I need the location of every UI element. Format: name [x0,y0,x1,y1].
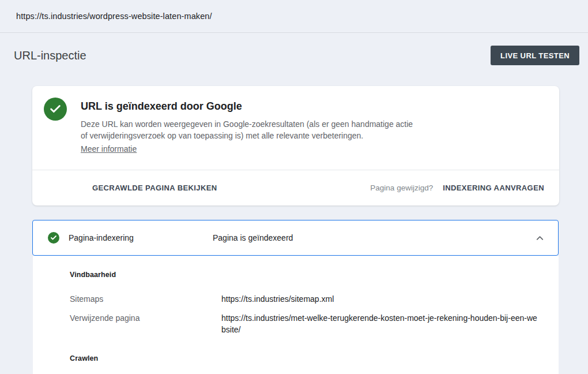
section-heading-discoverability: Vindbaarheid [70,271,541,279]
view-crawled-page-button[interactable]: GECRAWLDE PAGINA BEKIJKEN [92,179,217,197]
section-heading-crawl: Crawlen [70,354,541,362]
more-info-link[interactable]: Meer informatie [81,144,137,154]
index-card-actions: GECRAWLDE PAGINA BEKIJKEN Pagina gewijzi… [32,170,559,205]
inspected-url: https://ts.industries/wordpress-website-… [16,12,212,21]
url-inspection-search-bar[interactable]: https://ts.industries/wordpress-website-… [0,0,588,33]
check-circle-icon [48,232,59,244]
detail-row-referring-page: Verwijzende pagina https://ts.industries… [70,312,541,335]
index-status-title: URL is geïndexeerd door Google [81,98,414,113]
chevron-up-icon[interactable] [533,231,546,245]
page-indexing-header[interactable]: Pagina-indexering Pagina is geïndexeerd [32,220,559,256]
detail-value: https://ts.industries/met-welke-terugker… [221,312,541,335]
page-header: URL-inspectie LIVE URL TESTEN [0,33,588,65]
page-indexing-title: Pagina-indexering [69,233,213,242]
detail-row-sitemaps: Sitemaps https://ts.industries/sitemap.x… [70,293,541,305]
page-indexing-details: Vindbaarheid Sitemaps https://ts.industr… [33,256,559,374]
index-status-card: URL is geïndexeerd door Google Deze URL … [32,86,559,205]
check-circle-icon [44,98,67,121]
page-title: URL-inspectie [14,49,86,62]
detail-label: Verwijzende pagina [70,312,221,335]
index-status-description: Deze URL kan worden weergegeven in Googl… [81,118,414,141]
page-indexing-status: Pagina is geïndexeerd [213,233,533,242]
live-url-test-button[interactable]: LIVE URL TESTEN [491,46,579,65]
request-indexing-button[interactable]: INDEXERING AANVRAGEN [443,179,544,197]
index-status-text: URL is geïndexeerd door Google Deze URL … [81,98,414,154]
detail-value: https://ts.industries/sitemap.xml [221,293,541,305]
actions-right-group: Pagina gewijzigd? INDEXERING AANVRAGEN [370,179,544,197]
discoverability-rows: Sitemaps https://ts.industries/sitemap.x… [70,293,541,335]
page-changed-label: Pagina gewijzigd? [370,184,433,192]
index-status-body: URL is geïndexeerd door Google Deze URL … [32,86,559,170]
detail-label: Sitemaps [70,293,221,305]
